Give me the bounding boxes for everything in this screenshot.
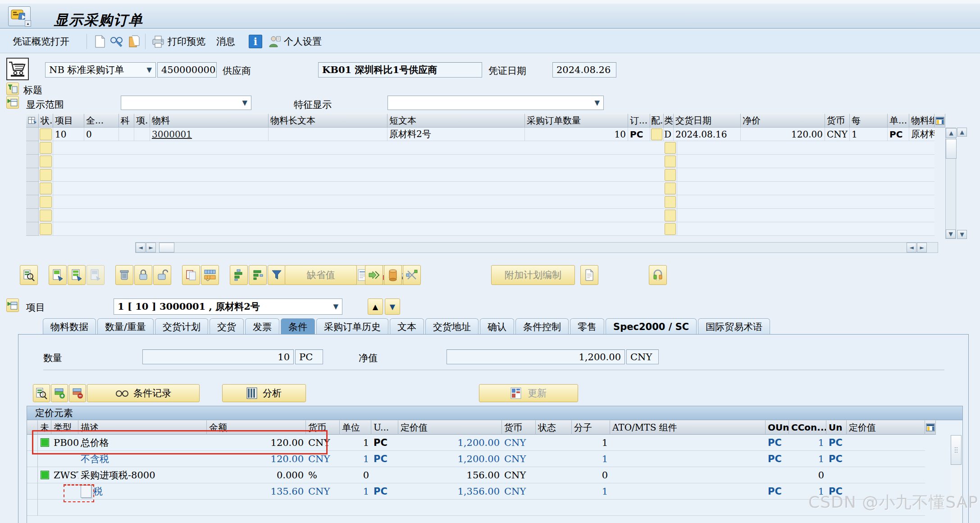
col-description[interactable]: 描述 [78,420,207,435]
col-un[interactable]: Un [826,420,847,435]
per-cell[interactable]: 0 [340,467,371,483]
delete-item-button[interactable] [115,265,133,285]
copy-item-disabled-button[interactable] [87,265,105,285]
value-curr-cell[interactable]: CNY [502,451,536,467]
uom-cell[interactable]: PC [371,435,398,451]
feature-display-dropdown[interactable]: ▼ [387,96,604,110]
type-cell[interactable]: ZWST [51,467,78,483]
value2-cell[interactable] [847,451,925,467]
sort-asc-button[interactable] [230,265,248,285]
unit-cell[interactable]: PC [888,128,909,141]
row-select-cell[interactable] [27,435,38,451]
copy-icon[interactable] [127,34,141,49]
value-cell[interactable]: 1,200.00 [398,451,502,467]
ato-cell[interactable] [610,467,766,483]
col-cond-value2[interactable]: 定价值 [847,420,925,435]
items-page-up-icon[interactable]: ▲ [957,128,967,137]
pricing-row-netincl[interactable]: 不含税 120.00 CNY 1 PC 1,200.00 CNY 1 PC 1 … [27,451,962,467]
item-row-empty[interactable] [26,141,945,155]
currency-cell[interactable]: CNY [825,128,850,141]
scroll-thumb[interactable] [951,435,962,465]
scroll-right2-icon[interactable]: ► [917,243,927,252]
tab-delivery-address[interactable]: 交货地址 [425,318,479,335]
transaction-menu-icon[interactable]: ▴ [8,6,31,26]
col-oun[interactable]: OUn [766,420,789,435]
tab-qty-weight[interactable]: 数量/重量 [97,318,154,335]
items-hscrollbar[interactable]: ◄ ► ◄ ► [135,242,938,253]
col-long-text[interactable]: 物料长文本 [269,114,387,128]
personal-settings-icon[interactable] [267,34,282,49]
col-delivery-date[interactable]: 交货日期 [674,114,741,128]
item-row-empty[interactable] [26,222,945,236]
desc-cell[interactable]: 总价格 [78,435,207,451]
col-delivery[interactable]: 配. [650,114,664,128]
analysis-button[interactable]: 分析 [222,384,306,402]
tab-incoterms[interactable]: 国际贸易术语 [698,318,770,335]
oun-cell[interactable] [766,467,789,483]
order-type-dropdown[interactable]: NB 标准采购订单▼ [45,62,156,78]
item-row-empty[interactable] [26,209,945,222]
row-select-cell[interactable] [27,451,38,467]
display-change-icon[interactable] [109,34,124,49]
po-qty-cell[interactable]: 10 [525,128,628,141]
row-select-cell[interactable] [27,483,38,500]
col-numerator[interactable]: 分子 [572,420,610,435]
col-type[interactable]: 类型 [51,420,78,435]
col-amount[interactable]: 金额 [207,420,306,435]
cond-search-button[interactable] [33,384,50,402]
chevron-down-icon[interactable]: ▼ [333,303,338,311]
per-cell[interactable]: 1 [850,128,888,141]
col-material-group[interactable]: 物料组 [909,114,934,128]
ato-cell[interactable] [610,451,766,467]
col-date-cat[interactable]: 类 [664,114,674,128]
col-inactive[interactable]: 未 [38,420,51,435]
scope-folder-icon[interactable] [6,96,19,109]
desc-cell[interactable]: 不含税 [78,451,207,467]
tab-conditions[interactable]: 条件 [281,318,315,335]
vendor-field[interactable]: KB01 深圳科比1号供应商 [318,62,482,78]
order-unit-cell[interactable]: PC [628,128,650,141]
doc-overview-button[interactable]: 凭证概览打开 [13,34,69,49]
col-po-qty[interactable]: 采购订单数量 [525,114,628,128]
delivery-date-cell[interactable]: 2024.08.16 [674,128,741,141]
display-scope-dropdown[interactable]: ▼ [121,96,251,110]
status-cell[interactable] [39,128,53,141]
create-document-icon[interactable] [93,34,107,49]
unlock-item-button[interactable] [153,265,171,285]
col-uom[interactable]: U... [371,420,398,435]
tab-spec2000[interactable]: Spec2000 / SC [606,318,697,335]
value-curr-cell[interactable]: CNY [502,467,536,483]
value-cell[interactable]: 156.00 [398,467,502,483]
per-cell[interactable]: 1 [340,451,371,467]
ccon-cell[interactable]: 1 [789,435,826,451]
uom-cell[interactable]: PC [371,451,398,467]
type-cell[interactable] [51,483,78,500]
lock-item-button[interactable] [134,265,152,285]
condition-record-button[interactable]: 条件记录 [87,384,200,402]
col-currency[interactable]: 货币 [825,114,850,128]
tab-delivery[interactable]: 交货 [210,318,244,335]
row-select-cell[interactable] [27,467,38,483]
chevron-down-icon[interactable]: ▼ [146,66,152,74]
pricing-row-pb00[interactable]: PB00 总价格 120.00 CNY 1 PC 1,200.00 CNY 1 … [27,435,962,451]
column-settings-button[interactable] [201,265,219,285]
item-number-cell[interactable]: 10 [53,128,84,141]
tab-invoice[interactable]: 发票 [245,318,279,335]
tab-retail[interactable]: 零售 [570,318,604,335]
col-cond-value[interactable]: 定价值 [398,420,502,435]
headset-button[interactable] [649,265,667,285]
material-cell[interactable]: 3000001 [150,128,269,141]
col-order-unit[interactable]: 订... [628,114,650,128]
item-row-empty[interactable] [26,155,945,168]
chevron-down-icon[interactable]: ▼ [594,99,600,107]
item-row-empty[interactable] [26,182,945,195]
net-value-field[interactable]: 1,200.00 [447,349,625,364]
long-text-cell[interactable] [269,128,387,141]
type-cell[interactable] [51,451,78,467]
qty-unit-field[interactable]: PC [295,349,323,364]
short-text-cell[interactable]: 原材料2号 [387,128,525,141]
scroll-down-icon[interactable]: ▼ [946,229,956,239]
numerator-cell[interactable]: 1 [572,451,610,467]
ccon-cell[interactable]: 0 [789,467,826,483]
acct-cell[interactable] [119,128,134,141]
